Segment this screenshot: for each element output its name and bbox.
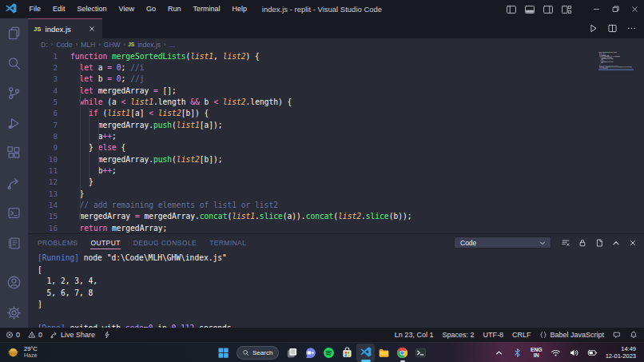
tray-clock[interactable]: 14:4912-01-2023 — [606, 345, 636, 360]
menu-selection[interactable]: Selection — [71, 0, 113, 18]
restore-button[interactable] — [606, 0, 625, 18]
spotify-button[interactable] — [320, 344, 338, 362]
menu-help[interactable]: Help — [226, 0, 253, 18]
status-0[interactable]: 0 — [6, 331, 20, 339]
lock-scroll-icon[interactable] — [578, 238, 587, 248]
run-file-icon[interactable] — [588, 23, 598, 34]
menu-view[interactable]: View — [113, 0, 140, 18]
layout-sidebar-right-icon[interactable] — [543, 4, 554, 15]
minimize-button[interactable] — [586, 0, 606, 18]
bluetooth-icon[interactable] — [512, 348, 523, 358]
chrome-button[interactable] — [393, 344, 411, 362]
breadcrumb-item[interactable]: GHW — [104, 41, 121, 49]
menu-file[interactable]: File — [23, 0, 47, 18]
minimap[interactable] — [598, 52, 635, 76]
layout-customize-icon[interactable] — [561, 4, 572, 15]
breadcrumb-symbol[interactable]: ... — [169, 41, 175, 49]
live-share-status-icon — [50, 331, 58, 339]
breadcrumb-item[interactable]: D: — [41, 41, 48, 49]
minimap-code-preview — [598, 52, 635, 76]
bell-icon — [630, 331, 638, 339]
maximize-panel-icon[interactable] — [611, 238, 621, 248]
tray-chevron-icon[interactable] — [494, 348, 504, 358]
close-button[interactable] — [625, 0, 644, 18]
wifi-icon[interactable] — [551, 348, 561, 358]
window-controls — [586, 0, 644, 18]
panel-tab-problems[interactable]: PROBLEMS — [38, 234, 78, 251]
tab-index-js[interactable]: JS index.js — [28, 18, 102, 38]
code-line: 1function mergeSortedLists(list1, list2)… — [28, 50, 644, 62]
start-button[interactable] — [214, 344, 233, 362]
panel-tab-output[interactable]: OUTPUT — [90, 234, 120, 251]
code-token: [a] — [130, 109, 149, 117]
output-channel-value: Code — [460, 239, 539, 247]
panel-tab-terminal[interactable]: TERMINAL — [209, 234, 246, 251]
activity-bar-top — [0, 18, 28, 258]
activity-account[interactable] — [0, 268, 28, 298]
language-indicator[interactable]: ENGIN — [531, 347, 543, 359]
account-icon — [6, 275, 22, 290]
status-crlf[interactable]: CRLF — [512, 331, 531, 339]
code-token: .length) { — [246, 97, 292, 106]
status-utf-8[interactable]: UTF-8 — [483, 331, 503, 339]
activity-run-debug[interactable] — [0, 109, 28, 139]
status-babel-javascript[interactable]: Babel JavaScript — [539, 331, 604, 339]
close-panel-icon[interactable] — [628, 238, 638, 248]
activity-source-control[interactable] — [0, 78, 28, 109]
code-token: list2 — [158, 109, 181, 117]
menu-run[interactable]: Run — [161, 0, 187, 18]
breadcrumb-file[interactable]: index.js — [137, 41, 161, 49]
terminal-button[interactable] — [411, 344, 430, 362]
open-in-editor-icon[interactable] — [594, 238, 604, 248]
output-channel-select[interactable]: Code — [454, 237, 551, 249]
output-token: [Done] — [38, 324, 66, 328]
more-actions-icon[interactable] — [626, 23, 637, 34]
menu-go[interactable]: Go — [140, 0, 161, 18]
taskbar-search[interactable]: Search — [237, 346, 279, 360]
status-ln-23-col-1[interactable]: Ln 23, Col 1 — [395, 331, 434, 339]
breadcrumb-item[interactable]: Code — [56, 41, 72, 49]
clear-output-icon[interactable] — [561, 238, 570, 248]
output-console[interactable]: [Running] node "d:\Code\MLH\GHW\index.js… — [28, 251, 644, 328]
vscode-button[interactable] — [356, 344, 375, 362]
activity-settings-gear[interactable] — [0, 298, 28, 328]
activity-extensions[interactable] — [0, 138, 28, 169]
task-view-button[interactable] — [283, 344, 301, 362]
status-lightning[interactable] — [103, 331, 111, 339]
menu-edit[interactable]: Edit — [47, 0, 72, 18]
status-0[interactable]: 0 — [28, 331, 42, 339]
activity-remote-terminal[interactable] — [0, 198, 28, 229]
code-token: ; — [121, 63, 131, 72]
code-token: push — [153, 121, 172, 129]
menu-terminal[interactable]: Terminal — [187, 0, 226, 18]
split-editor-icon[interactable] — [607, 23, 618, 34]
status-bell[interactable] — [630, 331, 638, 339]
file-explorer-button[interactable] — [375, 344, 393, 362]
line-number: 10 — [28, 155, 70, 164]
activity-search[interactable] — [0, 49, 28, 79]
vscode-logo-icon — [5, 3, 17, 15]
activity-notebook[interactable] — [0, 229, 28, 259]
weather-widget[interactable]: 29°C Haze — [0, 346, 38, 360]
status-spaces-2[interactable]: Spaces: 2 — [442, 331, 474, 339]
status-feedback[interactable] — [613, 331, 621, 339]
line-number: 1 — [28, 52, 70, 61]
microsoft-store-button[interactable] — [338, 344, 356, 362]
layout-panel-icon[interactable] — [524, 4, 535, 15]
editor-actions — [588, 18, 637, 38]
tab-close-icon[interactable] — [87, 24, 97, 34]
code-token: concat — [200, 212, 228, 221]
layout-sidebar-left-icon[interactable] — [506, 4, 517, 15]
code-editor[interactable]: 1function mergeSortedLists(list1, list2)… — [28, 50, 644, 233]
battery-icon[interactable] — [587, 348, 598, 358]
activity-live-share[interactable] — [0, 169, 28, 199]
breadcrumb-item[interactable]: MLH — [81, 41, 95, 49]
activity-explorer[interactable] — [0, 18, 28, 49]
status-live-share[interactable]: Live Share — [50, 331, 95, 339]
panel-tab-debug-console[interactable]: DEBUG CONSOLE — [133, 234, 197, 251]
volume-icon[interactable] — [569, 348, 579, 358]
code-token: mergedArray — [93, 86, 153, 95]
code-token: [b]) { — [181, 109, 209, 117]
line-number: 8 — [28, 132, 70, 141]
chat-button[interactable] — [301, 344, 320, 362]
